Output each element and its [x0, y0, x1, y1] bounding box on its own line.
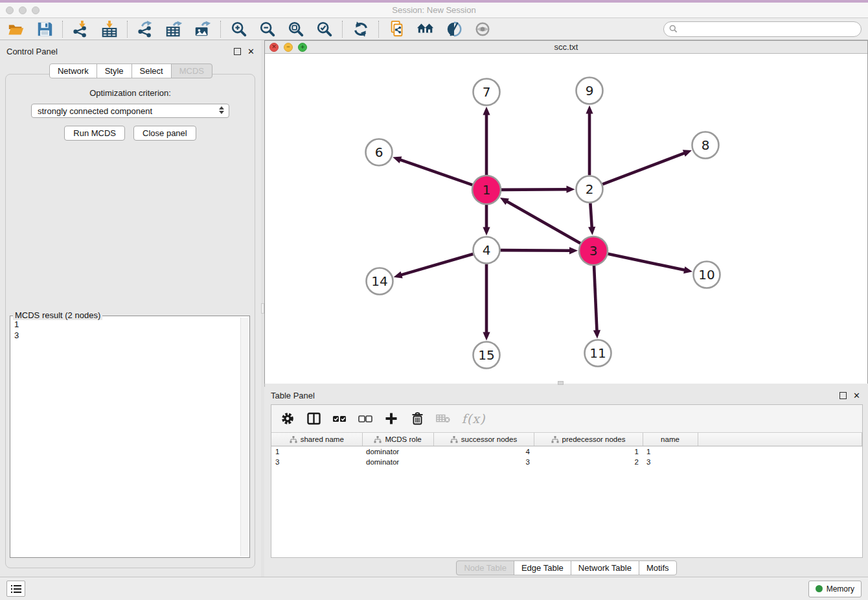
export-image-icon[interactable]: [193, 19, 212, 39]
hide-details-icon[interactable]: [444, 19, 464, 39]
deselect-all-icon[interactable]: [358, 411, 372, 426]
zoom-out-icon[interactable]: [258, 19, 277, 39]
graph-edge-1-2[interactable]: [501, 189, 568, 190]
graph-node-2[interactable]: 2: [577, 176, 603, 203]
tab-node-table[interactable]: Node Table: [456, 560, 514, 575]
toolbar-separator: [127, 21, 128, 38]
dropdown-spinner-icon: [219, 106, 224, 114]
memory-button[interactable]: Memory: [808, 581, 862, 597]
first-neighbors-icon[interactable]: [387, 19, 407, 39]
table-row[interactable]: 1dominator411: [271, 446, 862, 457]
tab-motifs[interactable]: Motifs: [639, 560, 677, 575]
delete-icon[interactable]: [410, 411, 424, 426]
column-header-empty: [698, 433, 862, 446]
graph-edge-1-6[interactable]: [400, 159, 473, 185]
column-header-predecessor-nodes[interactable]: predecessor nodes: [534, 433, 643, 446]
result-scrollbar[interactable]: [240, 317, 248, 556]
run-mcds-button[interactable]: Run MCDS: [64, 126, 125, 141]
import-table-icon[interactable]: [100, 19, 119, 39]
graph-svg[interactable]: 7968124314101511: [265, 54, 867, 384]
criterion-value: strongly connected component: [38, 106, 152, 116]
table-header-row: shared name MCDS role successor nodes pr…: [271, 433, 862, 446]
columns-icon[interactable]: [306, 411, 321, 426]
graph-edge-arrow: [593, 330, 600, 338]
network-canvas[interactable]: 7968124314101511: [265, 54, 867, 384]
open-session-icon[interactable]: [6, 19, 26, 39]
graph-node-15[interactable]: 15: [474, 342, 500, 369]
graph-node-6[interactable]: 6: [366, 139, 393, 166]
float-table-panel-icon[interactable]: [839, 392, 847, 399]
task-history-button[interactable]: [6, 581, 25, 597]
gear-icon[interactable]: [280, 411, 295, 426]
export-network-icon[interactable]: [136, 19, 155, 39]
svg-text:11: 11: [589, 345, 606, 361]
graph-edge-4-3[interactable]: [500, 250, 571, 251]
graph-node-11[interactable]: 11: [585, 340, 611, 367]
mcds-tab-content: Optimization criterion: strongly connect…: [5, 74, 255, 568]
network-view-window: ✕ − ＋ scc.txt 7968124314101511: [264, 40, 868, 384]
network-window-titlebar[interactable]: ✕ − ＋ scc.txt: [265, 41, 867, 54]
titlebar: Session: New Session: [0, 3, 868, 18]
search-input[interactable]: [681, 24, 856, 34]
graph-edge-arrow: [569, 247, 578, 254]
graph-node-9[interactable]: 9: [577, 78, 603, 104]
tab-select[interactable]: Select: [131, 63, 172, 78]
home-icon[interactable]: [416, 19, 435, 39]
main-toolbar: [0, 18, 868, 40]
status-bar: Memory: [0, 577, 868, 600]
criterion-dropdown[interactable]: strongly connected component: [31, 104, 229, 118]
apply-layout-icon[interactable]: [351, 19, 371, 39]
list-icon: [11, 584, 21, 594]
table-panel-title: Table Panel: [271, 391, 315, 400]
control-panel-title: Control Panel: [6, 47, 58, 56]
export-table-icon[interactable]: [165, 19, 184, 39]
svg-text:15: 15: [478, 347, 494, 363]
svg-text:6: 6: [375, 144, 383, 160]
graph-edge-2-8[interactable]: [602, 153, 685, 184]
column-header-shared-name[interactable]: shared name: [271, 433, 362, 446]
svg-text:2: 2: [586, 181, 594, 197]
search-box[interactable]: [663, 21, 862, 37]
control-panel: Control Panel ✕ Network Style Select MCD…: [0, 40, 261, 577]
graph-edge-4-14[interactable]: [400, 254, 473, 275]
zoom-fit-icon[interactable]: [286, 19, 306, 39]
tab-network[interactable]: Network: [49, 63, 97, 78]
graph-node-10[interactable]: 10: [694, 262, 720, 288]
svg-text:8: 8: [702, 137, 710, 153]
svg-text:14: 14: [371, 273, 387, 289]
graph-edge-3-1[interactable]: [506, 201, 580, 243]
graph-node-14[interactable]: 14: [367, 268, 393, 295]
tab-edge-table[interactable]: Edge Table: [514, 560, 571, 575]
close-panel-icon[interactable]: ✕: [247, 49, 255, 54]
tab-style[interactable]: Style: [97, 63, 132, 78]
column-header-successor-nodes[interactable]: successor nodes: [433, 433, 534, 446]
close-panel-button[interactable]: Close panel: [133, 126, 196, 141]
graph-node-8[interactable]: 8: [692, 132, 719, 159]
graph-edge-arrow: [393, 156, 402, 163]
tab-mcds[interactable]: MCDS: [171, 63, 212, 78]
graph-edge-3-11[interactable]: [594, 266, 597, 332]
horizontal-splitter-grip[interactable]: [558, 381, 564, 385]
graph-node-3[interactable]: 3: [579, 237, 608, 265]
graph-edge-2-3[interactable]: [590, 203, 591, 228]
show-graphics-icon[interactable]: [473, 19, 492, 39]
graph-edge-3-10[interactable]: [608, 254, 686, 270]
add-icon[interactable]: [384, 411, 398, 426]
zoom-selected-icon[interactable]: [315, 19, 334, 39]
select-all-icon[interactable]: [332, 411, 347, 426]
graph-node-4[interactable]: 4: [474, 237, 500, 264]
tab-network-table[interactable]: Network Table: [571, 560, 639, 575]
close-table-panel-icon[interactable]: ✕: [853, 393, 860, 398]
toolbar-separator: [378, 21, 380, 38]
column-header-mcds-role[interactable]: MCDS role: [362, 433, 433, 446]
graph-node-7[interactable]: 7: [474, 79, 500, 106]
float-panel-icon[interactable]: [234, 48, 241, 55]
table-panel-tabs: Node Table Edge Table Network Table Moti…: [264, 560, 868, 575]
import-network-icon[interactable]: [71, 19, 91, 39]
save-session-icon[interactable]: [35, 19, 54, 39]
zoom-in-icon[interactable]: [229, 19, 249, 39]
tree-icon: [374, 436, 382, 443]
column-header-name[interactable]: name: [643, 433, 698, 446]
graph-node-1[interactable]: 1: [472, 176, 501, 204]
table-row[interactable]: 3dominator323: [271, 457, 862, 467]
